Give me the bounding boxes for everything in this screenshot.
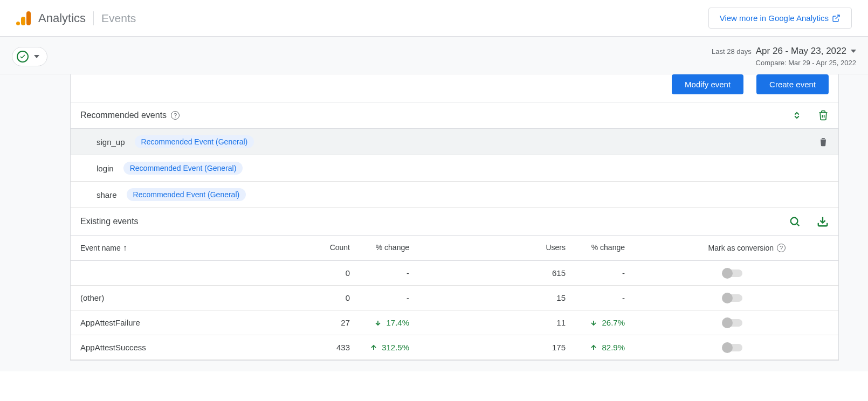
col-change1[interactable]: % change [350, 243, 425, 253]
recommended-name: share [97, 190, 117, 199]
brand-label: Analytics [38, 11, 86, 25]
col-event-name[interactable]: Event name ↑ [80, 243, 285, 253]
cell-count: 0 [285, 268, 350, 278]
subbar: Last 28 days Apr 26 - May 23, 2022 Compa… [0, 37, 868, 74]
col-mark: Mark as conversion ? [641, 243, 829, 253]
conversion-toggle[interactable] [723, 344, 742, 351]
date-range-label: Last 28 days [712, 47, 752, 56]
cell-change1: 312.5% [350, 343, 425, 352]
recommended-name: sign_up [97, 137, 125, 147]
table-row[interactable]: 0-615- [71, 261, 838, 286]
action-row: Modify event Create event [71, 74, 838, 102]
arrow-down-icon [590, 319, 597, 327]
cell-count: 27 [285, 318, 350, 327]
cell-users: 175 [425, 343, 566, 352]
recommended-name: login [97, 164, 114, 173]
cell-change1: - [350, 293, 425, 302]
col-count[interactable]: Count [285, 243, 350, 253]
cell-count: 0 [285, 293, 350, 302]
chevron-down-icon [851, 50, 856, 53]
cell-count: 433 [285, 343, 350, 352]
search-icon[interactable] [789, 216, 801, 227]
page-title: Events [101, 12, 136, 25]
cell-change2: - [566, 293, 641, 302]
check-circle-icon [17, 51, 29, 63]
cell-users: 11 [425, 318, 566, 327]
arrow-up-icon [590, 344, 597, 351]
cell-users: 615 [425, 268, 566, 278]
recommended-row[interactable]: loginRecommended Event (General) [71, 155, 838, 182]
col-change2[interactable]: % change [566, 243, 641, 253]
analytics-logo-icon [16, 11, 31, 25]
help-icon[interactable]: ? [171, 111, 180, 120]
cell-change1: 17.4% [350, 318, 425, 327]
events-panel: Modify event Create event Recommended ev… [70, 74, 839, 361]
table-row[interactable]: AppAttestSuccess433312.5%17582.9% [71, 335, 838, 360]
existing-header: Existing events [71, 208, 838, 236]
recommended-row[interactable]: shareRecommended Event (General) [71, 182, 838, 208]
svg-point-1 [791, 218, 798, 225]
cell-event-name: (other) [80, 293, 285, 302]
modify-event-button[interactable]: Modify event [672, 74, 743, 94]
recommended-chip: Recommended Event (General) [127, 188, 246, 201]
cell-change2: 82.9% [566, 343, 641, 352]
conversion-toggle[interactable] [723, 269, 742, 277]
create-event-button[interactable]: Create event [756, 74, 829, 94]
separator [93, 11, 94, 25]
cell-users: 15 [425, 293, 566, 302]
delete-all-icon[interactable] [818, 110, 829, 121]
recommended-chip: Recommended Event (General) [123, 162, 243, 175]
topbar: Analytics Events View more in Google Ana… [0, 0, 868, 37]
conversion-toggle[interactable] [723, 294, 742, 302]
arrow-down-icon [374, 319, 382, 327]
arrow-up-icon [370, 344, 377, 351]
col-users[interactable]: Users [425, 243, 566, 253]
conversion-toggle[interactable] [723, 319, 742, 327]
view-more-label: View more in Google Analytics [720, 13, 829, 23]
recommended-chip: Recommended Event (General) [135, 135, 254, 148]
table-row[interactable]: (other)0-15- [71, 286, 838, 310]
cell-change2: - [566, 268, 641, 278]
trash-icon[interactable] [818, 136, 829, 147]
help-icon[interactable]: ? [777, 244, 786, 252]
table-header: Event name ↑ Count % change Users % chan… [71, 236, 838, 261]
cell-event-name: AppAttestFailure [80, 318, 285, 327]
svg-line-2 [797, 224, 799, 226]
status-filter-pill[interactable] [12, 47, 47, 66]
open-external-icon [832, 14, 841, 23]
table-row[interactable]: AppAttestFailure2717.4%1126.7% [71, 310, 838, 335]
date-range-value: Apr 26 - May 23, 2022 [756, 46, 846, 57]
svg-line-0 [836, 15, 839, 19]
sort-asc-icon: ↑ [123, 243, 127, 253]
panel-wrap: Modify event Create event Recommended ev… [0, 74, 868, 371]
date-compare-label: Compare: Mar 29 - Apr 25, 2022 [712, 59, 856, 67]
recommended-row[interactable]: sign_upRecommended Event (General) [71, 129, 838, 155]
cell-change1: - [350, 268, 425, 278]
cell-change2: 26.7% [566, 318, 641, 327]
recommended-header: Recommended events ? [71, 102, 838, 129]
chevron-down-icon [34, 55, 39, 58]
existing-title: Existing events [80, 217, 139, 226]
view-more-button[interactable]: View more in Google Analytics [708, 8, 852, 29]
recommended-title: Recommended events [80, 110, 167, 120]
date-range-picker[interactable]: Last 28 days Apr 26 - May 23, 2022 Compa… [712, 46, 856, 67]
download-icon[interactable] [817, 216, 829, 227]
topbar-left: Analytics Events [16, 11, 136, 25]
sort-icon[interactable] [792, 110, 802, 120]
cell-event-name: AppAttestSuccess [80, 343, 285, 352]
